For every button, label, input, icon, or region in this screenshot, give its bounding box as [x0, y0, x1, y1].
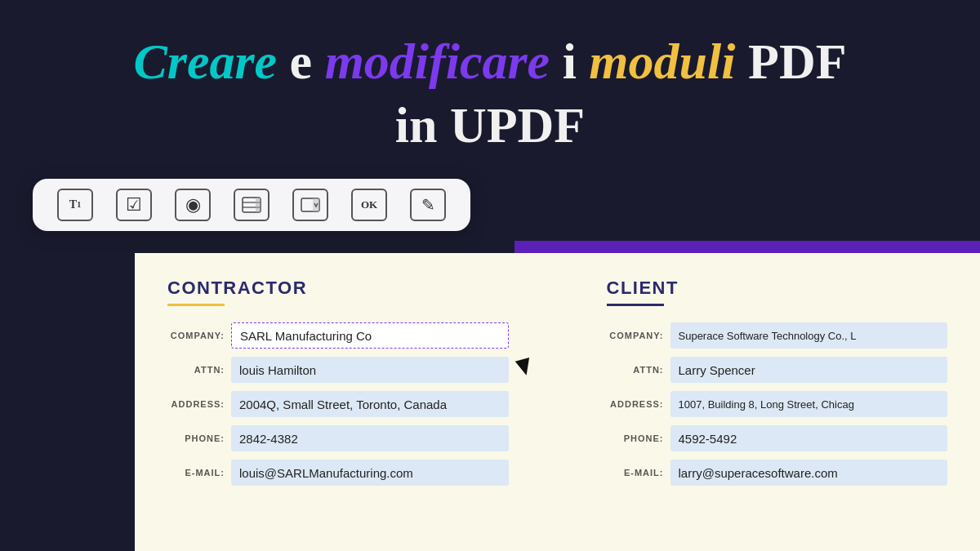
- cursor-arrow: [514, 358, 533, 377]
- header-line1: Creare e modificare i moduli PDF: [16, 31, 964, 91]
- toolbar-wrapper: T1 ☑ ◉ OK ✎: [0, 179, 980, 231]
- client-address-input[interactable]: [670, 391, 948, 417]
- contractor-company-row: COMPANY:: [167, 322, 509, 349]
- contractor-address-row: ADDRESS:: [167, 391, 509, 417]
- contractor-title: CONTRACTOR: [167, 278, 509, 299]
- client-email-label: E-MAIL:: [607, 468, 664, 478]
- client-email-row: E-MAIL:: [607, 460, 948, 486]
- text-field-icon[interactable]: T1: [57, 189, 93, 221]
- client-company-label: COMPANY:: [607, 331, 664, 340]
- client-attn-row: ATTN:: [607, 357, 948, 383]
- client-address-label: ADDRESS:: [607, 399, 664, 409]
- word-in: in: [395, 97, 438, 153]
- toolbar: T1 ☑ ◉ OK ✎: [33, 179, 470, 231]
- contractor-phone-label: PHONE:: [167, 433, 225, 443]
- word-creare: Creare: [133, 33, 277, 89]
- word-e: e: [290, 33, 325, 89]
- contractor-email-label: E-MAIL:: [167, 468, 225, 478]
- contractor-phone-input[interactable]: [231, 425, 509, 451]
- client-phone-input[interactable]: [670, 425, 948, 451]
- ok-button-icon[interactable]: OK: [351, 189, 387, 221]
- pdf-form-area: CONTRACTOR COMPANY: ATTN: ADDRESS: PHONE…: [135, 253, 980, 551]
- contractor-attn-label: ATTN:: [167, 365, 225, 375]
- word-updf: UPDF: [450, 97, 585, 153]
- contractor-phone-row: PHONE:: [167, 425, 509, 451]
- contractor-underline: [167, 304, 225, 306]
- contractor-company-label: COMPANY:: [167, 331, 225, 340]
- client-attn-input[interactable]: [670, 357, 948, 383]
- client-company-row: COMPANY:: [607, 322, 948, 349]
- client-section: CLIENT COMPANY: ATTN: ADDRESS: PHONE: E-…: [607, 278, 948, 527]
- contractor-attn-row: ATTN:: [167, 357, 509, 383]
- contractor-attn-input[interactable]: [231, 357, 509, 383]
- svg-rect-5: [313, 198, 319, 211]
- client-phone-label: PHONE:: [607, 433, 664, 443]
- svg-rect-3: [256, 198, 261, 212]
- client-title: CLIENT: [607, 278, 948, 299]
- contractor-company-input[interactable]: [231, 322, 509, 349]
- client-email-input[interactable]: [670, 460, 948, 486]
- contractor-email-input[interactable]: [231, 460, 509, 486]
- signature-icon[interactable]: ✎: [410, 189, 446, 221]
- header-title: Creare e modificare i moduli PDF in UPDF: [16, 31, 964, 156]
- client-phone-row: PHONE:: [607, 425, 948, 451]
- word-i: i: [563, 33, 590, 89]
- word-modificare: modificare: [325, 33, 550, 89]
- header-line2: in UPDF: [16, 95, 964, 155]
- header: Creare e modificare i moduli PDF in UPDF: [0, 0, 980, 179]
- word-moduli: moduli: [589, 33, 735, 89]
- checkbox-icon[interactable]: ☑: [116, 189, 152, 221]
- contractor-address-label: ADDRESS:: [167, 399, 225, 409]
- list-box-icon[interactable]: [234, 189, 270, 221]
- client-address-row: ADDRESS:: [607, 391, 948, 417]
- left-panel: [0, 253, 135, 551]
- client-attn-label: ATTN:: [607, 365, 664, 375]
- word-pdf: PDF: [748, 33, 847, 89]
- contractor-email-row: E-MAIL:: [167, 460, 509, 486]
- contractor-address-input[interactable]: [231, 391, 509, 417]
- dropdown-icon[interactable]: [292, 189, 328, 221]
- client-company-input[interactable]: [670, 322, 948, 349]
- radio-icon[interactable]: ◉: [175, 189, 211, 221]
- contractor-section: CONTRACTOR COMPANY: ATTN: ADDRESS: PHONE…: [167, 278, 509, 527]
- client-underline: [607, 304, 664, 306]
